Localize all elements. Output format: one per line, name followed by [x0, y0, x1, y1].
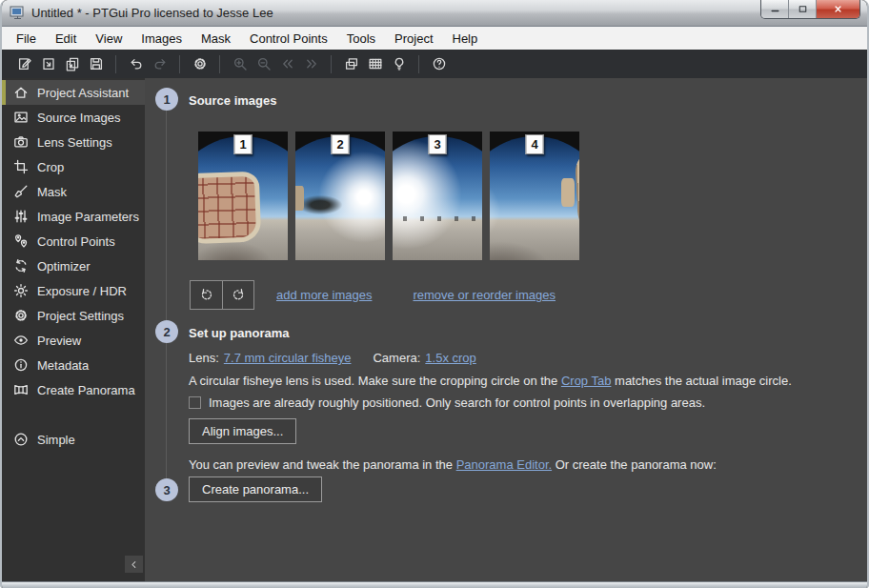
rotate-cw-button[interactable] — [222, 281, 253, 309]
fisheye-photo — [490, 136, 579, 260]
panorama-icon — [13, 382, 29, 397]
source-thumbnail-2[interactable]: 2 — [295, 132, 385, 260]
app-icon — [10, 6, 26, 20]
sidebar-item-metadata[interactable]: Metadata — [2, 353, 145, 377]
menu-tools[interactable]: Tools — [337, 29, 385, 49]
sidebar-collapse-button[interactable] — [125, 556, 143, 573]
menu-control-points[interactable]: Control Points — [240, 29, 337, 49]
remove-reorder-images-link[interactable]: remove or reorder images — [413, 288, 556, 302]
preview-note-text-after: Or create the panorama now: — [552, 457, 717, 472]
sidebar-item-label: Crop — [37, 160, 64, 174]
sidebar-item-control-points[interactable]: Control Points — [2, 229, 145, 253]
toolbar-tips-button[interactable] — [387, 52, 411, 76]
maximize-button[interactable] — [789, 0, 817, 18]
step-connector-line — [166, 100, 167, 491]
create-panorama-button[interactable]: Create panorama... — [189, 476, 322, 502]
toolbar-detail-viewer-button[interactable] — [363, 52, 387, 76]
menu-project[interactable]: Project — [385, 29, 442, 49]
sidebar-item-project-assistant[interactable]: Project Assistant — [2, 80, 145, 105]
sidebar-item-crop[interactable]: Crop — [2, 154, 145, 179]
sidebar-item-simple[interactable]: Simple — [2, 427, 145, 452]
menu-mask[interactable]: Mask — [192, 29, 240, 49]
toolbar-undo-button[interactable] — [124, 52, 148, 76]
chevrons-left-icon — [280, 56, 295, 71]
preview-note: You can preview and tweak the panorama i… — [189, 457, 717, 472]
camera-icon — [13, 134, 29, 150]
fisheye-photo — [295, 136, 385, 260]
panorama-editor-link[interactable]: Panorama Editor. — [456, 457, 552, 472]
sidebar-item-exposure-hdr[interactable]: Exposure / HDR — [2, 278, 145, 303]
close-icon — [832, 3, 844, 15]
add-more-images-link[interactable]: add more images — [276, 288, 372, 302]
close-button[interactable] — [817, 0, 859, 18]
camera-crop-link[interactable]: 1.5x crop — [425, 351, 475, 365]
menu-help[interactable]: Help — [443, 29, 488, 49]
menu-view[interactable]: View — [86, 29, 131, 49]
toolbar-separator — [418, 55, 419, 73]
sidebar-item-label: Exposure / HDR — [37, 284, 127, 298]
source-thumbnail-4[interactable]: 4 — [490, 132, 579, 260]
sidebar-item-label: Image Parameters — [37, 210, 139, 224]
sidebar-item-lens-settings[interactable]: Lens Settings — [2, 130, 145, 154]
settings-gear-icon — [192, 56, 208, 71]
source-thumbnail-3[interactable]: 3 — [393, 132, 482, 260]
toolbar-next-images-button[interactable] — [299, 52, 323, 76]
camera-label: Camera: — [373, 351, 420, 365]
zoom-in-icon — [232, 56, 248, 71]
toolbar-zoom-in-button[interactable] — [228, 52, 252, 76]
toolbar-new-project-button[interactable] — [12, 52, 36, 76]
fisheye-note-text-after: matches the actual image circle. — [611, 374, 791, 388]
sidebar-item-optimizer[interactable]: Optimizer — [2, 253, 145, 278]
sidebar-item-image-parameters[interactable]: Image Parameters — [2, 204, 145, 229]
toolbar-zoom-out-button[interactable] — [252, 52, 275, 76]
eye-icon — [13, 333, 29, 348]
toolbar-help-button[interactable] — [427, 52, 451, 76]
toolbar-save-button[interactable] — [84, 52, 108, 76]
sidebar-list: Project AssistantSource ImagesLens Setti… — [2, 80, 145, 452]
sun-icon — [13, 283, 29, 298]
sidebar-item-preview[interactable]: Preview — [2, 328, 145, 353]
map-pins-icon — [12, 233, 29, 250]
toolbar-open-project-button[interactable] — [36, 52, 60, 76]
panorama-editor-icon — [344, 56, 359, 71]
sidebar-item-mask[interactable]: Mask — [2, 179, 145, 204]
rotate-button-group — [190, 280, 254, 310]
eye-icon — [12, 333, 29, 349]
title-bar[interactable]: Untitled * - PTGui Pro licensed to Jesse… — [2, 0, 867, 27]
sidebar-item-project-settings[interactable]: Project Settings — [2, 303, 145, 328]
apply-template-icon — [65, 56, 80, 71]
menu-file[interactable]: File — [7, 29, 46, 49]
source-thumbnail-1[interactable]: 1 — [198, 132, 288, 260]
toolbar-redo-button[interactable] — [148, 52, 172, 76]
toolbar-previous-images-button[interactable] — [275, 52, 299, 76]
step2-badge: 2 — [155, 320, 178, 343]
lens-link[interactable]: 7.7 mm circular fisheye — [224, 351, 352, 365]
fisheye-note: A circular fisheye lens is used. Make su… — [189, 374, 792, 388]
toolbar-settings-button[interactable] — [188, 52, 212, 76]
chevron-left-icon — [128, 558, 140, 571]
roughly-positioned-row: Images are already roughly positioned. O… — [189, 395, 705, 410]
settings-gear-icon — [13, 308, 29, 323]
menu-images[interactable]: Images — [131, 29, 192, 49]
rotate-ccw-button[interactable] — [191, 281, 222, 309]
toolbar-panorama-editor-button[interactable] — [339, 52, 363, 76]
home-icon — [12, 85, 29, 101]
zoom-out-icon — [256, 56, 272, 71]
toolbar-separator — [331, 55, 332, 73]
roughly-positioned-checkbox[interactable] — [189, 396, 201, 409]
sidebar-item-create-panorama[interactable]: Create Panorama — [2, 377, 145, 402]
chevrons-right-icon — [304, 56, 319, 71]
menu-edit[interactable]: Edit — [46, 29, 86, 49]
sidebar-item-label: Mask — [37, 185, 67, 199]
image-number-badge: 4 — [526, 134, 544, 154]
crop-tab-link[interactable]: Crop Tab — [561, 374, 612, 388]
align-images-button[interactable]: Align images... — [189, 418, 296, 444]
toolbar-apply-template-button[interactable] — [60, 52, 84, 76]
brush-icon — [12, 184, 29, 200]
minimize-button[interactable] — [761, 0, 789, 18]
sidebar-item-source-images[interactable]: Source Images — [2, 105, 145, 130]
maximize-icon — [797, 3, 809, 15]
sliders-icon — [12, 209, 29, 225]
undo-icon — [129, 56, 144, 71]
brush-icon — [13, 184, 29, 199]
